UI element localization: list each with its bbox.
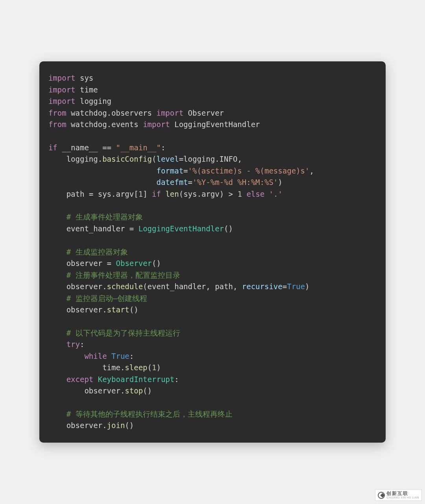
watermark-main: 创新互联 — [386, 491, 419, 496]
watermark-icon — [378, 492, 385, 499]
watermark-badge: 创新互联 CHUANG XIN HU LIAN — [375, 489, 422, 501]
code-block: import sys import time import logging fr… — [39, 61, 386, 443]
code-content: import sys import time import logging fr… — [39, 72, 374, 432]
watermark-sub: CHUANG XIN HU LIAN — [386, 496, 419, 499]
